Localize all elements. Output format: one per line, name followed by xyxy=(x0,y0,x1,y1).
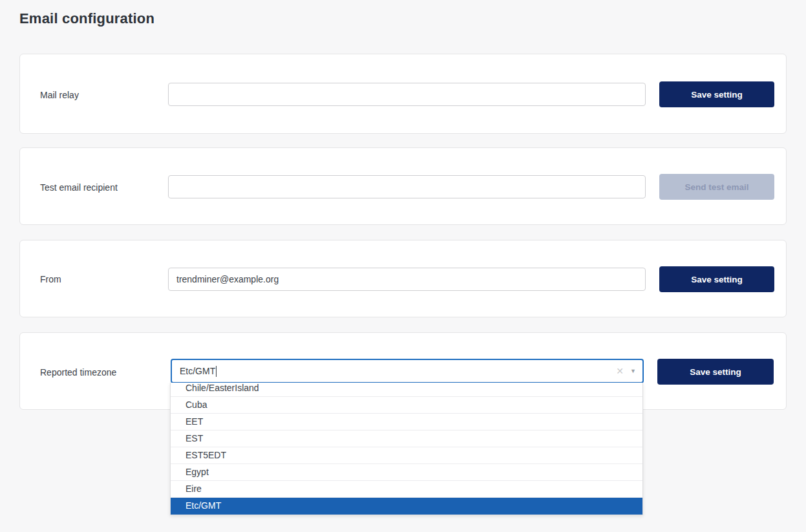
test-email-recipient-card: Test email recipient Send test email xyxy=(19,147,787,225)
save-mail-relay-button[interactable]: Save setting xyxy=(659,81,774,107)
dropdown-option-egypt[interactable]: Egypt xyxy=(171,464,642,481)
dropdown-option-eet[interactable]: EET xyxy=(171,414,642,431)
clear-icon[interactable]: ✕ xyxy=(616,367,624,376)
dropdown-option-chile-easterisland[interactable]: Chile/EasterIsland xyxy=(171,383,642,397)
mail-relay-card: Mail relay Save setting xyxy=(19,54,787,134)
mail-relay-label: Mail relay xyxy=(40,89,79,101)
save-from-button[interactable]: Save setting xyxy=(659,266,774,292)
dropdown-option-est[interactable]: EST xyxy=(171,431,642,447)
from-input[interactable] xyxy=(168,268,646,291)
reported-timezone-label: Reported timezone xyxy=(40,366,116,379)
page-title: Email configuration xyxy=(19,10,154,27)
email-configuration-page: Email configuration Mail relay Save sett… xyxy=(0,0,806,532)
mail-relay-input[interactable] xyxy=(168,83,646,106)
timezone-dropdown-list: Chile/EasterIsland Cuba EET EST EST5EDT … xyxy=(170,383,643,515)
test-email-recipient-label: Test email recipient xyxy=(40,181,118,194)
dropdown-option-eire[interactable]: Eire xyxy=(171,481,642,498)
from-address-card: From Save setting xyxy=(19,240,787,317)
dropdown-option-est5edt[interactable]: EST5EDT xyxy=(171,447,642,464)
test-email-recipient-input[interactable] xyxy=(168,175,646,198)
combobox-icons: ✕ ▼ xyxy=(616,367,636,376)
timezone-combobox[interactable]: Etc/GMT ✕ ▼ xyxy=(171,359,644,383)
chevron-down-icon[interactable]: ▼ xyxy=(630,368,636,374)
from-label: From xyxy=(40,273,61,286)
text-cursor xyxy=(216,366,217,377)
dropdown-option-cuba[interactable]: Cuba xyxy=(171,397,642,414)
dropdown-option-etc-gmt[interactable]: Etc/GMT xyxy=(171,498,642,515)
save-timezone-button[interactable]: Save setting xyxy=(657,359,774,385)
send-test-email-button[interactable]: Send test email xyxy=(659,174,774,200)
timezone-combobox-value: Etc/GMT xyxy=(180,366,215,376)
